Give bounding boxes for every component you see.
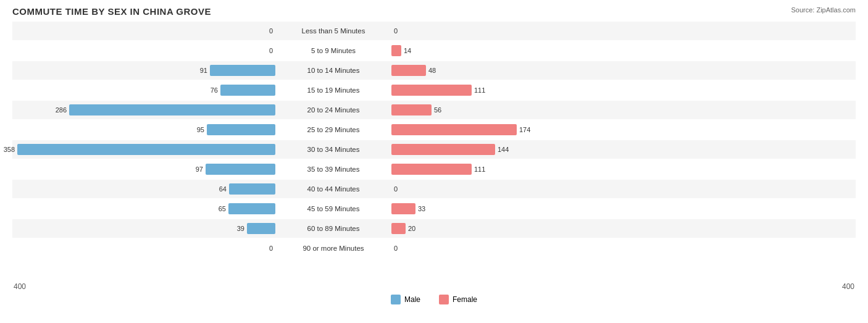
female-value: 0: [394, 245, 398, 252]
female-bar: [391, 203, 415, 214]
chart-row: 0 5 to 9 Minutes 14: [12, 41, 856, 60]
chart-row: 0 Less than 5 Minutes 0: [12, 22, 856, 40]
male-value: 0: [269, 245, 273, 252]
row-label: 15 to 19 Minutes: [278, 86, 389, 94]
male-value: 65: [219, 205, 226, 212]
chart-row: 0 90 or more Minutes 0: [12, 239, 856, 258]
legend-female-label: Female: [453, 295, 477, 304]
row-label: 35 to 39 Minutes: [278, 166, 389, 173]
female-value: 33: [418, 205, 425, 212]
male-value: 76: [211, 86, 218, 94]
male-bar: [206, 164, 275, 175]
legend-male: Male: [391, 295, 420, 304]
row-label: 25 to 29 Minutes: [278, 126, 389, 133]
male-bar: [247, 223, 275, 234]
chart-row: 286 20 to 24 Minutes 56: [12, 101, 856, 119]
row-label: 5 to 9 Minutes: [278, 47, 389, 54]
female-bar: [391, 65, 426, 76]
chart-row: 76 15 to 19 Minutes 111: [12, 81, 856, 99]
male-value: 286: [56, 106, 67, 114]
chart-row: 358 30 to 34 Minutes 144: [12, 140, 856, 159]
source-label: Source: ZipAtlas.com: [791, 6, 856, 14]
chart-area: 0 Less than 5 Minutes 0 0 5 to 9 Minutes…: [12, 22, 856, 281]
female-bar: [391, 223, 406, 234]
male-bar: [207, 124, 275, 135]
female-value: 144: [498, 146, 509, 153]
male-value: 64: [219, 185, 227, 193]
row-label: 30 to 34 Minutes: [278, 146, 389, 153]
female-bar: [391, 144, 495, 155]
chart-row: 91 10 to 14 Minutes 48: [12, 61, 856, 80]
axis-left: 400: [14, 282, 26, 291]
row-label: 40 to 44 Minutes: [278, 185, 389, 193]
row-label: Less than 5 Minutes: [278, 27, 389, 35]
male-value: 91: [200, 67, 207, 74]
female-bar: [391, 45, 401, 56]
female-value: 20: [408, 225, 415, 232]
female-value: 174: [519, 126, 530, 133]
chart-row: 39 60 to 89 Minutes 20: [12, 219, 856, 238]
legend-female: Female: [439, 295, 477, 304]
legend-male-box: [391, 295, 401, 304]
row-label: 45 to 59 Minutes: [278, 205, 389, 212]
male-bar: [220, 85, 275, 96]
female-value: 0: [394, 185, 398, 193]
chart-row: 64 40 to 44 Minutes 0: [12, 180, 856, 198]
male-value: 358: [4, 146, 15, 153]
female-value: 48: [428, 67, 436, 74]
female-bar: [391, 164, 472, 175]
male-value: 39: [237, 225, 244, 232]
female-value: 0: [394, 27, 398, 35]
chart-title: COMMUTE TIME BY SEX IN CHINA GROVE: [12, 6, 856, 17]
legend-male-label: Male: [404, 295, 420, 304]
female-value: 111: [474, 86, 485, 94]
row-label: 90 or more Minutes: [278, 245, 389, 252]
female-value: 111: [474, 166, 485, 173]
chart-container: COMMUTE TIME BY SEX IN CHINA GROVE Sourc…: [0, 0, 868, 323]
male-bar: [229, 183, 275, 195]
female-bar: [391, 104, 432, 115]
female-value: 14: [404, 47, 411, 54]
male-value: 0: [269, 27, 273, 35]
chart-row: 95 25 to 29 Minutes 174: [12, 120, 856, 139]
female-bar: [391, 85, 472, 96]
female-value: 56: [434, 106, 441, 114]
legend-female-box: [439, 295, 449, 304]
row-label: 10 to 14 Minutes: [278, 67, 389, 74]
male-bar: [69, 104, 275, 115]
male-bar: [17, 144, 275, 155]
chart-row: 65 45 to 59 Minutes 33: [12, 199, 856, 218]
chart-row: 97 35 to 39 Minutes 111: [12, 160, 856, 178]
male-value: 95: [197, 126, 204, 133]
male-bar: [228, 203, 275, 214]
row-label: 20 to 24 Minutes: [278, 106, 389, 114]
male-bar: [210, 65, 275, 76]
female-bar: [391, 124, 517, 135]
male-value: 97: [196, 166, 203, 173]
row-label: 60 to 89 Minutes: [278, 225, 389, 232]
legend: Male Female: [12, 295, 856, 304]
axis-right: 400: [842, 282, 854, 291]
male-value: 0: [269, 47, 273, 54]
